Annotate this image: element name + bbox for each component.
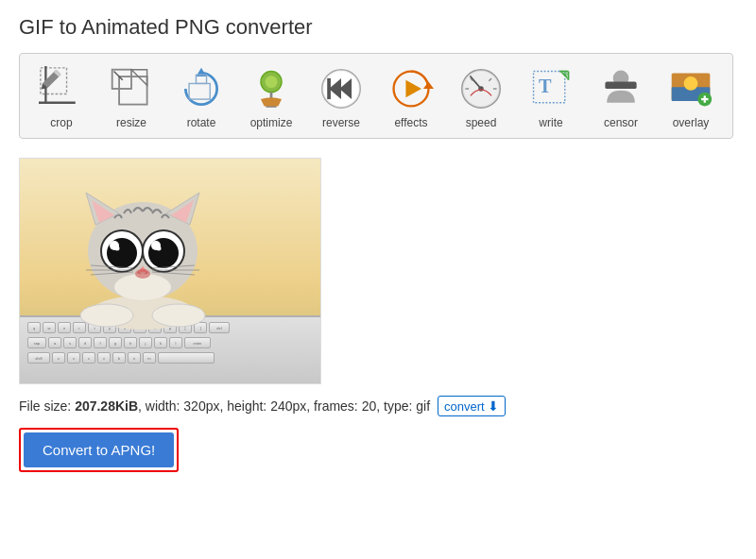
file-info-rest: , width: 320px, height: 240px, frames: 2… <box>138 398 430 414</box>
optimize-icon <box>247 64 296 113</box>
svg-marker-24 <box>405 80 421 97</box>
cat-illustration <box>39 166 247 331</box>
tool-censor[interactable]: censor <box>587 59 655 132</box>
file-info-text: File size: 207.28KiB, width: 320px, heig… <box>19 398 430 414</box>
tool-effects[interactable]: effects <box>377 59 445 132</box>
gif-image: q w e r t y u i o p [ ] del cap a <box>19 158 321 384</box>
resize-icon <box>107 64 156 113</box>
reverse-label: reverse <box>322 116 360 129</box>
censor-icon <box>596 64 645 113</box>
tool-resize[interactable]: resize <box>97 59 165 132</box>
rotate-icon <box>177 64 226 113</box>
svg-point-60 <box>115 246 120 251</box>
effects-label: effects <box>394 116 427 129</box>
svg-point-70 <box>135 269 150 279</box>
svg-marker-37 <box>559 72 568 80</box>
resize-label: resize <box>116 116 146 129</box>
effects-icon <box>387 64 436 113</box>
svg-rect-12 <box>189 83 210 99</box>
speed-icon <box>456 64 506 113</box>
convert-link[interactable]: convert ⬇ <box>438 396 506 416</box>
svg-rect-39 <box>605 82 636 89</box>
convert-to-apng-button[interactable]: Convert to APNG! <box>24 432 174 467</box>
svg-point-61 <box>157 246 162 251</box>
svg-point-14 <box>266 76 278 88</box>
reverse-icon <box>317 64 366 113</box>
convert-link-label: convert <box>444 399 485 414</box>
tool-crop[interactable]: crop <box>27 59 95 132</box>
optimize-label: optimize <box>250 116 293 129</box>
tool-speed[interactable]: speed <box>447 59 515 132</box>
overlay-icon <box>666 64 715 113</box>
download-icon: ⬇ <box>488 398 499 414</box>
preview-area: q w e r t y u i o p [ ] del cap a <box>19 158 737 384</box>
tool-rotate[interactable]: rotate <box>167 59 235 132</box>
write-icon: T <box>526 64 576 113</box>
tool-optimize[interactable]: optimize <box>237 59 305 132</box>
tool-overlay[interactable]: overlay <box>657 59 725 132</box>
svg-text:T: T <box>539 76 552 96</box>
crop-icon <box>37 64 86 113</box>
svg-point-42 <box>684 76 698 91</box>
svg-point-32 <box>478 86 484 92</box>
svg-marker-23 <box>423 82 434 89</box>
svg-point-47 <box>80 304 133 327</box>
svg-point-48 <box>152 304 205 327</box>
file-size: 207.28KiB <box>75 398 138 414</box>
rotate-label: rotate <box>187 116 216 129</box>
crop-label: crop <box>50 116 72 129</box>
page-title: GIF to Animated PNG converter <box>19 15 737 40</box>
toolbar: crop resize rotate <box>19 53 733 139</box>
svg-rect-21 <box>327 78 331 99</box>
file-info: File size: 207.28KiB, width: 320px, heig… <box>19 396 737 416</box>
convert-button-wrapper: Convert to APNG! <box>19 428 179 472</box>
tool-reverse[interactable]: reverse <box>307 59 375 132</box>
censor-label: censor <box>604 116 638 129</box>
write-label: write <box>539 116 562 129</box>
tool-write[interactable]: T write <box>517 59 585 132</box>
speed-label: speed <box>466 116 497 129</box>
overlay-label: overlay <box>673 116 710 129</box>
